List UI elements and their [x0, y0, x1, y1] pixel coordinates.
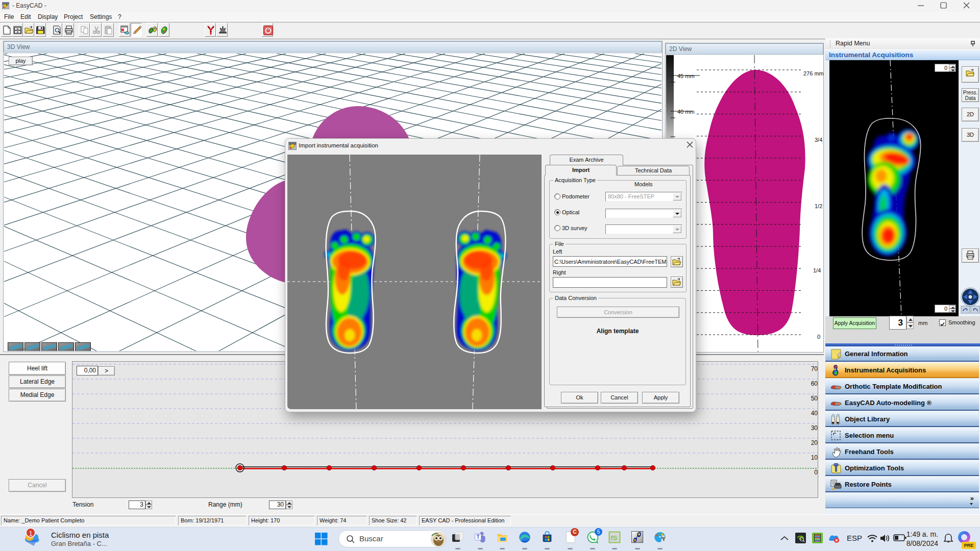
svg-text:T: T: [477, 534, 480, 540]
svg-text:fS: fS: [610, 534, 617, 542]
